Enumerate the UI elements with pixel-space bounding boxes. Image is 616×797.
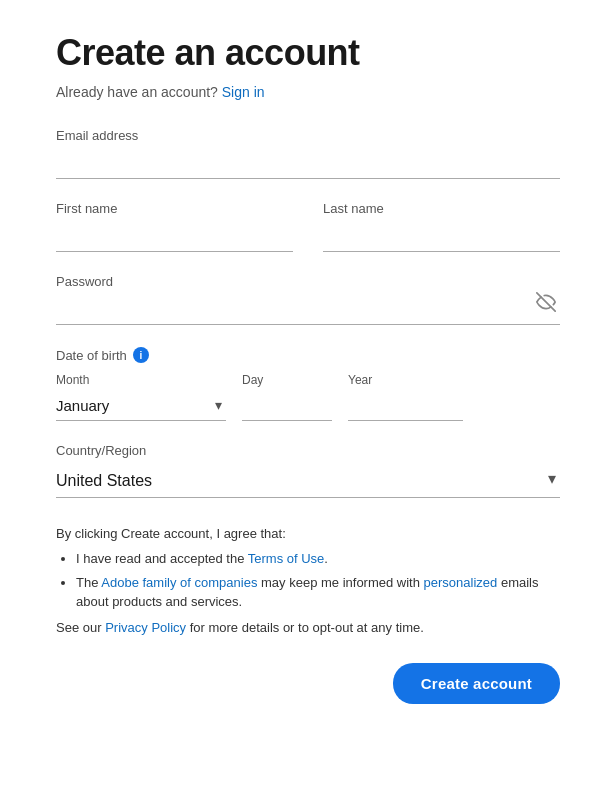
country-select-wrapper: United States United Kingdom Canada Aust…	[56, 464, 560, 498]
country-section: Country/Region United States United King…	[56, 443, 560, 498]
signin-prompt-text: Already have an account?	[56, 84, 218, 100]
day-field: Day	[242, 373, 332, 421]
terms-section: By clicking Create account, I agree that…	[56, 526, 560, 635]
dob-row: Month January February March April May J…	[56, 373, 560, 421]
personalized-link[interactable]: personalized	[424, 575, 498, 590]
terms-of-use-link[interactable]: Terms of Use	[248, 551, 325, 566]
month-select-wrapper: January February March April May June Ju…	[56, 391, 226, 421]
email-input[interactable]	[56, 149, 560, 179]
year-label: Year	[348, 373, 463, 387]
password-label: Password	[56, 274, 560, 289]
signin-row: Already have an account? Sign in	[56, 84, 560, 100]
dob-header: Date of birth i	[56, 347, 560, 363]
firstname-group: First name	[56, 201, 293, 252]
country-label: Country/Region	[56, 443, 560, 458]
password-group: Password	[56, 274, 560, 325]
terms-item-2: The Adobe family of companies may keep m…	[76, 573, 560, 612]
day-input[interactable]	[242, 391, 332, 421]
dob-section: Date of birth i Month January February M…	[56, 347, 560, 421]
dob-info-icon[interactable]: i	[133, 347, 149, 363]
firstname-label: First name	[56, 201, 293, 216]
dob-label: Date of birth	[56, 348, 127, 363]
terms-item2-prefix: The	[76, 575, 101, 590]
page-title: Create an account	[56, 32, 560, 74]
adobe-family-link[interactable]: Adobe family of companies	[101, 575, 257, 590]
privacy-prefix: See our	[56, 620, 105, 635]
terms-list: I have read and accepted the Terms of Us…	[56, 549, 560, 612]
password-input[interactable]	[56, 295, 560, 325]
terms-item1-prefix: I have read and accepted the	[76, 551, 248, 566]
month-label: Month	[56, 373, 226, 387]
privacy-suffix: for more details or to opt-out at any ti…	[186, 620, 424, 635]
day-label: Day	[242, 373, 332, 387]
terms-intro: By clicking Create account, I agree that…	[56, 526, 560, 541]
month-select[interactable]: January February March April May June Ju…	[56, 391, 226, 421]
email-label: Email address	[56, 128, 560, 143]
terms-item2-middle: may keep me informed with	[257, 575, 423, 590]
year-field: Year	[348, 373, 463, 421]
privacy-policy-link[interactable]: Privacy Policy	[105, 620, 186, 635]
toggle-password-icon[interactable]	[536, 292, 556, 317]
terms-item1-suffix: .	[324, 551, 328, 566]
year-input[interactable]	[348, 391, 463, 421]
month-field: Month January February March April May J…	[56, 373, 226, 421]
lastname-input[interactable]	[323, 222, 560, 252]
name-row: First name Last name	[56, 201, 560, 252]
lastname-group: Last name	[323, 201, 560, 252]
signin-link[interactable]: Sign in	[222, 84, 265, 100]
privacy-text: See our Privacy Policy for more details …	[56, 620, 560, 635]
terms-item-1: I have read and accepted the Terms of Us…	[76, 549, 560, 569]
create-account-button[interactable]: Create account	[393, 663, 560, 704]
lastname-label: Last name	[323, 201, 560, 216]
country-select[interactable]: United States United Kingdom Canada Aust…	[56, 464, 560, 498]
email-group: Email address	[56, 128, 560, 179]
firstname-input[interactable]	[56, 222, 293, 252]
footer-row: Create account	[56, 663, 560, 704]
